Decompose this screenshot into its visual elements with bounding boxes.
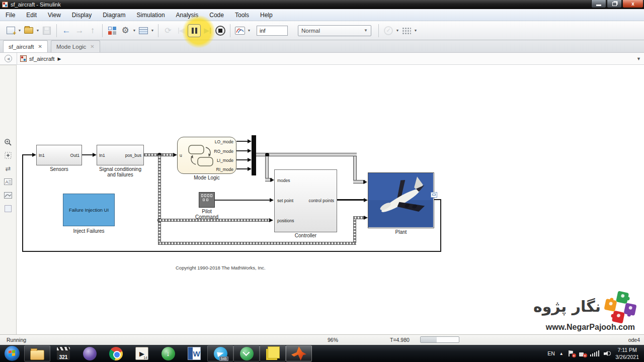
bus-wire[interactable] [353, 216, 356, 243]
controller-block[interactable]: modes set point positions control points [274, 169, 337, 232]
open-button[interactable] [22, 24, 35, 37]
taskbar-explorer[interactable] [24, 345, 50, 361]
open-dropdown[interactable]: ▼ [35, 24, 40, 37]
menu-simulation[interactable]: Simulation [131, 10, 171, 20]
taskbar-idm[interactable]: ↓ [155, 345, 181, 361]
action-center-icon[interactable]: x [568, 350, 575, 356]
up-to-parent-button[interactable]: ↑ [86, 24, 99, 37]
menu-file[interactable]: File [0, 10, 21, 20]
taskbar-clock[interactable]: 7:11 PM 3/26/2021 [615, 346, 639, 360]
step-back-button[interactable]: ◀ [175, 24, 188, 37]
forward-button[interactable]: → [73, 24, 86, 37]
fit-to-view-button[interactable] [3, 150, 14, 161]
taskbar-chrome[interactable] [103, 345, 129, 361]
plant-block[interactable] [368, 172, 434, 228]
model-advisor-button[interactable]: ✓ [382, 24, 395, 37]
plant-output-wire[interactable] [434, 199, 441, 200]
taskbar-telegram[interactable]: 545 [207, 345, 233, 361]
sim-mode-select[interactable]: Normal ▼ [298, 25, 371, 36]
update-diagram-button[interactable]: ⟳ [162, 24, 175, 37]
signal-bars-icon[interactable] [590, 350, 600, 356]
vector-wire[interactable] [265, 156, 269, 178]
magnifier-icon [4, 138, 12, 146]
save-button[interactable] [40, 24, 53, 37]
menu-display[interactable]: Display [66, 10, 97, 20]
model-settings-button[interactable]: ⚙ [119, 24, 132, 37]
breadcrumb-path[interactable]: sf_aircraft [29, 56, 55, 62]
taskbar-sticky-notes[interactable] [260, 345, 286, 361]
sdi-dropdown[interactable]: ▼ [247, 24, 252, 37]
control-points-wire[interactable] [337, 199, 366, 201]
restore-button[interactable] [607, 0, 622, 8]
pilot-command-block[interactable] [199, 192, 215, 208]
network-error-icon[interactable]: x [579, 350, 586, 356]
stop-time-input[interactable] [257, 26, 288, 36]
image-annotation-button[interactable] [3, 190, 14, 201]
zoom-level: 96% [328, 337, 338, 343]
menu-help[interactable]: Help [255, 10, 278, 20]
arrowhead [248, 158, 252, 162]
build-dropdown[interactable]: ▼ [413, 24, 418, 37]
feedback-wire[interactable] [22, 154, 33, 155]
zoom-tool-button[interactable] [3, 137, 14, 148]
mode-logic-chart-block[interactable]: u LO_mode RO_mode LI_mode RI_mode [177, 137, 236, 174]
bus-wire[interactable] [158, 242, 356, 245]
plant-output-badge[interactable] [431, 192, 437, 198]
menu-diagram[interactable]: Diagram [97, 10, 131, 20]
taskbar-v-app[interactable] [233, 345, 260, 361]
tray-expand-icon[interactable]: ▲ [559, 351, 564, 356]
minimize-button[interactable] [591, 0, 606, 8]
taskbar-media-player[interactable]: 321 [50, 345, 76, 361]
menu-code[interactable]: Code [204, 10, 229, 20]
signal-conditioning-block[interactable]: In1 pos_bus [97, 145, 144, 165]
signal-routing-button[interactable]: ⇄ [3, 163, 14, 174]
close-button[interactable]: x [622, 0, 643, 8]
language-indicator[interactable]: EN [547, 350, 555, 356]
model-settings-dropdown[interactable]: ▼ [132, 24, 137, 37]
build-button[interactable] [400, 24, 413, 37]
model-advisor-dropdown[interactable]: ▼ [395, 24, 400, 37]
new-model-dropdown[interactable]: ▼ [17, 24, 22, 37]
taskbar-labview[interactable]: ▶14 [129, 345, 155, 361]
stop-button[interactable] [214, 24, 227, 37]
taskbar-word[interactable]: W [181, 345, 207, 361]
volume-icon[interactable] [604, 350, 611, 356]
mux-block[interactable] [252, 135, 256, 175]
tab-mode-logic[interactable]: Mode Logic ✕ [51, 40, 100, 52]
model-config-dropdown[interactable]: ▼ [150, 24, 155, 37]
breadcrumb-expand-icon[interactable]: ▶ [58, 56, 61, 61]
breadcrumb-back-button[interactable]: ◄ [5, 55, 12, 62]
feedback-wire[interactable] [22, 154, 23, 252]
tab-sf-aircraft[interactable]: sf_aircraft ✕ [3, 40, 48, 52]
pause-button[interactable] [188, 24, 201, 37]
menu-tools[interactable]: Tools [229, 10, 255, 20]
taskbar-purple-app[interactable] [76, 345, 103, 361]
tab-close-icon[interactable]: ✕ [38, 44, 42, 49]
bus-wire[interactable] [353, 216, 365, 219]
bus-wire[interactable] [158, 155, 161, 244]
signal-wire[interactable] [215, 200, 272, 201]
menu-analysis[interactable]: Analysis [171, 10, 204, 20]
sensors-block[interactable]: In1 Out1 [36, 145, 82, 165]
tab-close-icon[interactable]: ✕ [90, 44, 94, 49]
step-forward-button[interactable]: ▶ [201, 24, 214, 37]
vector-wire[interactable] [353, 156, 357, 180]
start-button[interactable] [0, 345, 24, 361]
simulation-data-inspector-button[interactable] [233, 24, 247, 37]
library-browser-button[interactable] [106, 24, 119, 37]
menu-view[interactable]: View [42, 10, 66, 20]
failure-injection-block[interactable]: Failure Injection UI [63, 194, 115, 226]
clock-time: 7:11 PM [615, 346, 639, 353]
model-config-button[interactable] [137, 24, 150, 37]
area-tool-button[interactable] [3, 203, 14, 214]
vector-wire[interactable] [256, 153, 357, 156]
annotation-button[interactable]: A [3, 176, 14, 187]
feedback-wire[interactable] [440, 200, 441, 252]
breadcrumb-dropdown-icon[interactable]: ▼ [636, 56, 641, 61]
save-icon [43, 27, 51, 35]
taskbar-matlab[interactable] [286, 345, 312, 361]
back-button[interactable]: ← [60, 24, 73, 37]
feedback-wire[interactable] [22, 251, 441, 252]
menu-edit[interactable]: Edit [21, 10, 42, 20]
new-model-button[interactable] [4, 24, 17, 37]
